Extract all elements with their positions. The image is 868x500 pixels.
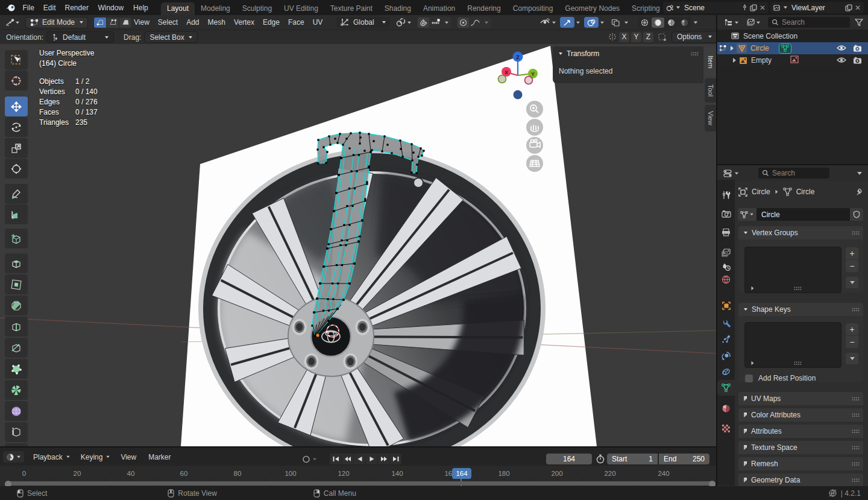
svg-text:X: X — [505, 69, 508, 75]
svg-text:Y: Y — [531, 71, 535, 77]
svg-text:Z: Z — [516, 54, 520, 60]
